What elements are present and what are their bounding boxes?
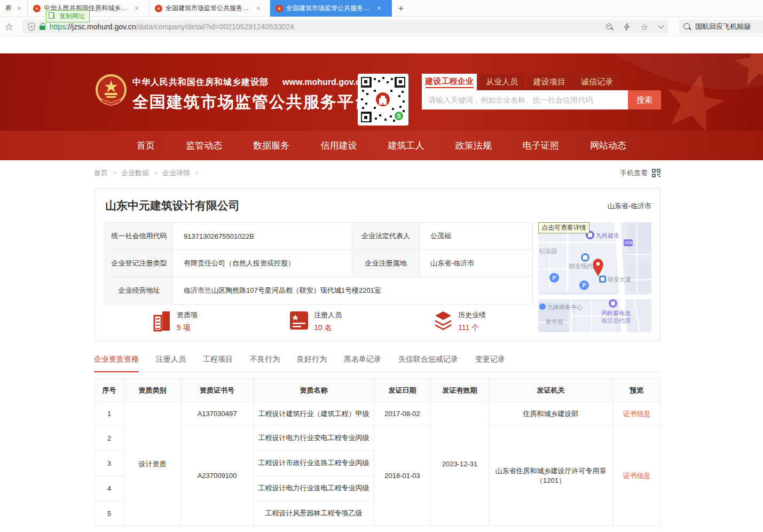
svg-text:纪花园: 纪花园 [539,248,557,254]
https-lock-icon [40,26,45,30]
tab-projects[interactable]: 工程项目 [203,355,233,372]
tab-title: 全国建筑市场监管公共服务平台 [286,4,372,13]
certificate-info-link[interactable]: 证书信息 [613,426,661,526]
mobile-view-label: 手机查看 [620,168,648,178]
nav-license[interactable]: 电子证照 [523,139,559,152]
screen: 界 × ★ 中华人民共和国住房和城乡建设 × ★ 全国建筑市场监管公共服务平台 … [0,0,763,532]
company-region: 山东省-临沂市 [608,201,651,211]
address-label: 企业经营地址 [106,277,173,304]
address-bar[interactable]: https://jzsc.mohurd.gov.cn/data/company/… [22,20,668,34]
main-nav: 首页 监管动态 数据服务 信用建设 建筑工人 政策法规 电子证照 网站动态 [0,131,763,160]
url-host: ://jzsc.mohurd.gov.cn [66,22,136,31]
map-image: ATM P P 九州超市 纪花园 联安现代城 联安大厦 九峰商务中心 风 [538,222,651,332]
tab-registered-personnel[interactable]: 注册人员 [156,355,186,372]
quick-search-box[interactable]: 国航回应飞机颠簸 [679,20,763,34]
mobile-view[interactable]: 手机查看 [620,168,660,178]
tab-change-records[interactable]: 变更记录 [475,355,505,372]
search-tab-personnel[interactable]: 从业人员 [479,74,524,90]
favorite-star-icon[interactable]: ☆ [641,22,648,32]
url-path: /data/company/detail?id=0021052912405330… [136,22,294,31]
search-tab-project[interactable]: 建设项目 [527,74,572,90]
new-tab-button[interactable]: + [392,0,410,17]
zoom-out-icon[interactable] [606,24,613,30]
browser-tab-jzsc-1[interactable]: ★ 全国建筑市场监管公共服务平台 × [150,0,270,17]
search-tab-credit[interactable]: 诚信记录 [575,74,619,90]
platform-title: 全国建筑市场监管公共服务平台 [132,91,372,113]
tab-dishonesty[interactable]: 失信联合惩戒记录 [398,355,458,372]
table-row: 1 设计资质 A137030497 工程设计建筑行业（建筑工程）甲级 2017-… [95,402,661,426]
tab-qualifications[interactable]: 企业资质资格 [94,355,139,372]
map-tooltip: 点击可查看详情 [538,222,589,233]
svg-text:P: P [553,275,556,281]
keyword-search-input[interactable] [422,90,628,109]
shield-plus-icon[interactable] [28,22,35,31]
nav-supervision[interactable]: 监管动态 [186,139,222,152]
nav-policy[interactable]: 政策法规 [455,139,492,152]
banner-qr-card: S [358,74,408,126]
breadcrumb-company-data[interactable]: 企业数据 [121,168,149,178]
browser-tab-jzsc-active[interactable]: ★ 全国建筑市场监管公共服务平台 × [270,0,392,17]
reg-place-value: 山东省-临沂市 [420,250,533,277]
breadcrumb-company-detail[interactable]: 企业详情 [162,168,190,178]
tab-good-behavior[interactable]: 良好行为 [297,355,327,372]
breadcrumb-home[interactable]: 首页 [94,168,108,178]
nav-site-news[interactable]: 网站动态 [590,139,626,152]
qual-validity: 2023-12-31 [431,402,489,526]
svg-text:ATM: ATM [625,241,632,245]
qr-logo-icon [375,91,391,107]
tab-title: 全国建筑市场监管公共服务平台 [166,4,251,13]
svg-text:联安大厦: 联安大厦 [608,276,631,283]
company-stats: 资质项5 项 注册人员10 名 历史业绩111 个 [105,310,532,338]
company-info-table: 统一社会信用代码 91371302675501022B 企业法定代表人 公茂福 … [105,222,533,304]
banner-content: 中华人民共和国住房和城乡建设部www.mohurd.gov.cn 全国建筑市场监… [0,53,763,131]
browser-tab-partial[interactable]: 界 × [0,0,28,17]
qr-code-icon[interactable] [652,169,660,177]
credit-code-value: 91371302675501022B [173,223,352,250]
nav-home[interactable]: 首页 [137,139,155,152]
location-map[interactable]: ATM P P 九州超市 纪花园 联安现代城 联安大厦 九峰商务中心 风 [538,222,651,332]
tab-bad-behavior[interactable]: 不良行为 [250,355,280,372]
reg-place-label: 企业注册属地 [352,250,420,277]
layers-icon [433,310,453,331]
table-row: 统一社会信用代码 91371302675501022B 企业法定代表人 公茂福 [106,223,533,250]
breadcrumb-sep-icon: > [195,169,199,177]
qr-code: S [361,77,405,122]
url-text[interactable]: https://jzsc.mohurd.gov.cn/data/company/… [50,22,294,31]
legal-rep-label: 企业法定代表人 [352,223,420,250]
search-suggestion-text[interactable]: 国航回应飞机颠簸 [695,22,751,32]
chevron-down-icon[interactable] [658,22,664,28]
copy-url-tooltip-text: 复制网址 [59,12,85,20]
nav-workers[interactable]: 建筑工人 [388,139,424,152]
svg-text:临沂总代理: 临沂总代理 [601,317,631,324]
address-value: 临沂市兰山区陶然路107号星河晶都（联安）现代城1号楼2201室 [173,277,533,304]
nav-data-service[interactable]: 数据服务 [253,139,289,152]
lightning-icon[interactable] [624,23,630,31]
search-button[interactable]: 搜索 [628,90,661,109]
certificate-info-link[interactable]: 证书信息 [613,402,661,426]
emblem-favicon-icon: ★ [155,5,162,12]
qual-category: 设计资质 [124,402,181,526]
svg-text:新华苑: 新华苑 [546,318,563,325]
close-icon[interactable]: × [135,4,139,12]
banner-search: 建设工程企业 从业人员 建设项目 诚信记录 搜索 [422,74,661,109]
close-icon[interactable]: × [256,4,261,12]
emblem-favicon-icon: ★ [33,5,41,12]
close-icon[interactable]: × [17,4,21,12]
search-category-tabs: 建设工程企业 从业人员 建设项目 诚信记录 [422,74,661,90]
bookmark-star-icon[interactable]: ☆ [4,21,13,33]
stat-qualifications: 资质项5 项 [153,310,198,333]
table-row: 企业经营地址 临沂市兰山区陶然路107号星河晶都（联安）现代城1号楼2201室 [106,277,533,304]
stat-registered-personnel: 注册人员10 名 [289,310,342,333]
detail-tabs: 企业资质资格 注册人员 工程项目 不良行为 良好行为 黑名单记录 失信联合惩戒记… [94,355,660,372]
emblem-favicon-icon: ★ [276,5,283,12]
tab-blacklist[interactable]: 黑名单记录 [344,355,381,372]
search-tab-enterprise[interactable]: 建设工程企业 [422,74,477,90]
building-icon [153,310,172,332]
ministry-name: 中华人民共和国住房和城乡建设部 [132,77,269,87]
qualification-table: 序号 资质类别 资质证书号 资质名称 发证日期 发证有效期 发证机关 预览 1 … [94,378,661,526]
company-name: 山东中元建筑设计有限公司 [105,198,240,213]
table-row: 企业登记注册类型 有限责任公司（自然人投资或控股） 企业注册属地 山东省-临沂市 [106,250,533,277]
close-icon[interactable]: × [377,4,381,12]
nav-credit[interactable]: 信用建设 [320,139,357,152]
url-scheme: https [50,22,66,31]
